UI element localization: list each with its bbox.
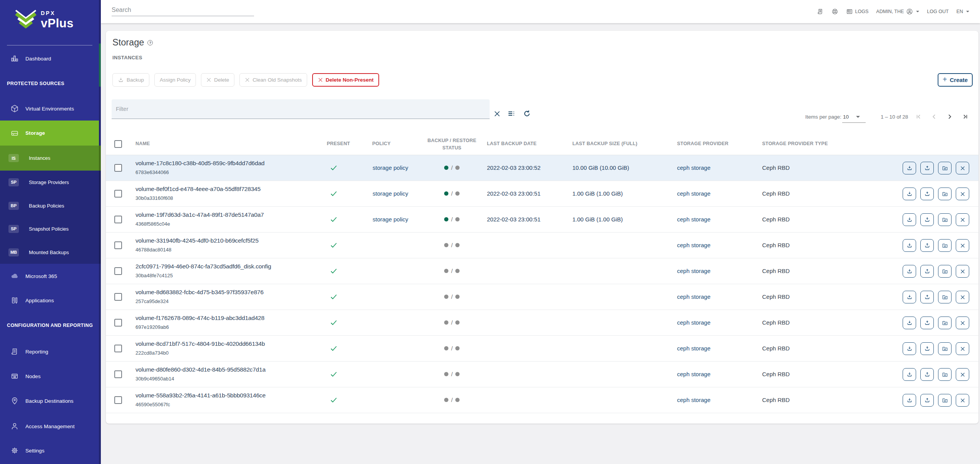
clear-filter-button[interactable] <box>491 107 503 120</box>
instance-name-link[interactable]: volume-17c8c180-c38b-40d5-859c-9fb4dd7d6… <box>135 160 264 167</box>
restore-button[interactable] <box>920 394 934 407</box>
backup-button[interactable] <box>903 265 916 278</box>
audit-log-icon[interactable] <box>817 8 824 15</box>
policy-link[interactable]: storage policy <box>373 164 408 171</box>
delete-button[interactable]: Delete <box>201 73 234 87</box>
first-page-button[interactable] <box>913 111 924 122</box>
restore-button[interactable] <box>920 317 934 329</box>
row-checkbox[interactable] <box>114 293 122 301</box>
sidebar-item-mounted-backups[interactable]: MB Mounted Backups <box>0 241 99 264</box>
help-icon[interactable]: ? <box>147 40 153 45</box>
restore-button[interactable] <box>920 188 934 200</box>
mount-button[interactable] <box>938 188 952 200</box>
backup-button[interactable] <box>903 394 916 407</box>
clean-old-snapshots-button[interactable]: Clean Old Snapshots <box>239 73 307 87</box>
mount-button[interactable] <box>938 317 952 329</box>
sidebar-item-microsoft-365[interactable]: Microsoft 365 <box>0 265 99 288</box>
backup-button[interactable] <box>903 162 916 174</box>
delete-row-button[interactable] <box>956 394 969 407</box>
sidebar-item-storage[interactable]: Storage <box>0 121 99 146</box>
previous-page-button[interactable] <box>929 111 940 122</box>
row-checkbox[interactable] <box>114 216 122 223</box>
sidebar-item-settings[interactable]: Settings <box>0 439 99 462</box>
row-checkbox[interactable] <box>114 370 122 378</box>
delete-row-button[interactable] <box>956 342 969 355</box>
mount-button[interactable] <box>938 368 952 381</box>
backup-button[interactable] <box>903 291 916 303</box>
restore-button[interactable] <box>920 291 934 303</box>
instance-name-link[interactable]: volume-f1762678-089c-474c-b119-abc3dd1ad… <box>135 315 264 322</box>
delete-row-button[interactable] <box>956 162 969 174</box>
backup-button[interactable] <box>903 342 916 355</box>
sidebar-item-snapshot-policies[interactable]: SP Snapshot Policies <box>0 217 99 240</box>
restore-button[interactable] <box>920 265 934 278</box>
row-checkbox[interactable] <box>114 267 122 275</box>
items-per-page-select[interactable]: 10 <box>842 114 866 123</box>
logs-button[interactable]: LOGS <box>846 8 869 15</box>
row-checkbox[interactable] <box>114 396 122 404</box>
delete-row-button[interactable] <box>956 188 969 200</box>
assign-policy-button[interactable]: Assign Policy <box>154 73 196 87</box>
admin-menu[interactable]: ADMIN, THE <box>876 8 919 15</box>
row-checkbox[interactable] <box>114 345 122 352</box>
mount-button[interactable] <box>938 213 952 226</box>
delete-row-button[interactable] <box>956 291 969 303</box>
instance-name-link[interactable]: volume-558a93b2-2f6a-4141-a61b-5bbb09314… <box>135 392 266 399</box>
backup-button[interactable] <box>903 368 916 381</box>
logout-button[interactable]: LOG OUT <box>927 9 948 14</box>
select-all-checkbox[interactable] <box>114 140 122 148</box>
delete-row-button[interactable] <box>956 317 969 329</box>
sidebar-scrollbar-thumb[interactable] <box>99 44 101 87</box>
mount-button[interactable] <box>938 342 952 355</box>
storage-provider-link[interactable]: ceph storage <box>677 397 711 403</box>
storage-provider-link[interactable]: ceph storage <box>677 268 711 274</box>
policy-link[interactable]: storage policy <box>373 190 408 197</box>
sidebar-item-access-management[interactable]: Access Management <box>0 415 99 438</box>
mount-button[interactable] <box>938 239 952 252</box>
storage-provider-link[interactable]: ceph storage <box>677 216 711 223</box>
sidebar-item-nodes[interactable]: Nodes <box>0 365 99 388</box>
storage-provider-link[interactable]: ceph storage <box>677 164 711 171</box>
instance-name-link[interactable]: volume-8cd71bf7-517c-4804-91bc-4020dd661… <box>135 340 265 347</box>
instance-name-link[interactable]: 2cfc0971-7994-46e0-874c-fa73cd5adfd6_dis… <box>135 263 271 270</box>
delete-row-button[interactable] <box>956 368 969 381</box>
row-checkbox[interactable] <box>114 164 122 172</box>
instance-name-link[interactable]: volume-d80fe860-d302-4d1e-84b5-95d5882c7… <box>135 366 266 373</box>
delete-row-button[interactable] <box>956 265 969 278</box>
mount-button[interactable] <box>938 265 952 278</box>
last-page-button[interactable] <box>960 111 970 122</box>
sidebar-item-dashboard[interactable]: Dashboard <box>0 47 99 70</box>
delete-row-button[interactable] <box>956 239 969 252</box>
sidebar-item-reporting[interactable]: Reporting <box>0 340 99 363</box>
row-checkbox[interactable] <box>114 190 122 198</box>
delete-non-present-button[interactable]: Delete Non-Present <box>312 73 380 87</box>
delete-row-button[interactable] <box>956 213 969 226</box>
create-button[interactable]: +Create <box>938 73 973 87</box>
sidebar-item-backup-policies[interactable]: BP Backup Policies <box>0 194 99 217</box>
sidebar-item-instances[interactable]: IS Instances <box>0 146 101 171</box>
backup-button[interactable] <box>903 188 916 200</box>
storage-provider-link[interactable]: ceph storage <box>677 319 711 326</box>
row-checkbox[interactable] <box>114 319 122 327</box>
sidebar-item-virtual-environments[interactable]: Virtual Environments <box>0 97 99 120</box>
sidebar-item-backup-destinations[interactable]: Backup Destinations <box>0 389 99 412</box>
instance-name-link[interactable]: volume-19f7d63d-3a1c-47a4-89f1-87de5147a… <box>135 211 264 218</box>
columns-button[interactable] <box>505 107 517 120</box>
mount-button[interactable] <box>938 162 952 174</box>
backup-button[interactable] <box>903 317 916 329</box>
next-page-button[interactable] <box>944 111 955 122</box>
instance-name-link[interactable]: volume-8d683882-fcbc-4d75-b345-97f35937e… <box>135 289 264 296</box>
backup-button[interactable] <box>903 239 916 252</box>
refresh-button[interactable] <box>521 107 533 120</box>
mount-button[interactable] <box>938 291 952 303</box>
row-checkbox[interactable] <box>114 241 122 249</box>
storage-provider-link[interactable]: ceph storage <box>677 345 711 352</box>
restore-button[interactable] <box>920 213 934 226</box>
sidebar-item-storage-providers[interactable]: SP Storage Providers <box>0 171 99 194</box>
language-menu[interactable]: EN <box>957 9 969 14</box>
mount-button[interactable] <box>938 394 952 407</box>
storage-provider-link[interactable]: ceph storage <box>677 242 711 248</box>
storage-provider-link[interactable]: ceph storage <box>677 371 711 377</box>
restore-button[interactable] <box>920 342 934 355</box>
restore-button[interactable] <box>920 162 934 174</box>
